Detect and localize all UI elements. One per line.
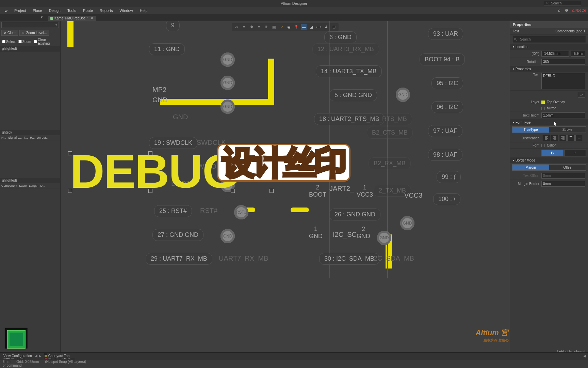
pcb-label: 96 : I2C <box>431 101 463 113</box>
tool-move-icon[interactable]: ✥ <box>249 24 254 30</box>
pcb-label: 27 : GND GND <box>152 229 203 241</box>
panel-header: Properties <box>510 21 588 28</box>
pcb-label: 5 : GND GND <box>329 89 377 101</box>
pcb-label: 11 : GND <box>149 43 185 55</box>
tool-text-icon[interactable]: A <box>324 24 329 30</box>
gear-icon[interactable]: ⚙ <box>565 8 570 13</box>
select-checkbox[interactable]: Select <box>2 38 16 45</box>
tool-more-icon[interactable]: ⊡ <box>331 24 337 30</box>
columns-row-3[interactable]: ComponentLayerLengthD... <box>0 183 60 188</box>
bordermode-section[interactable]: Border Mode <box>510 157 588 163</box>
menu-design[interactable]: Design <box>46 8 64 13</box>
left-panel: ✕Clear Zoom Level... Select Zoom Clear E… <box>0 21 61 359</box>
margin-tab[interactable]: Margin <box>512 165 549 170</box>
stroke-tab[interactable]: Stroke <box>549 127 586 133</box>
margin-border-input[interactable] <box>541 181 585 187</box>
rotation-input[interactable] <box>541 59 585 65</box>
global-search[interactable]: Search <box>544 1 581 6</box>
justify-top-button[interactable]: ▔ <box>567 135 575 141</box>
clear-existing-checkbox[interactable]: Clear Existing <box>34 38 58 45</box>
selection-handle[interactable] <box>231 189 235 193</box>
tool-distribute-icon[interactable]: ⊪ <box>264 24 269 30</box>
selection-handle[interactable] <box>148 189 152 193</box>
text-offset-input <box>541 173 585 179</box>
pcb-canvas[interactable]: ▱ ⊃ ✥ ≡ ⊪ ▤ ⟋ ◉ 📍 ▬ ◢ ⟷ A ⊡ 911 : GND6 :… <box>61 21 510 359</box>
justify-center-button[interactable] <box>551 135 558 141</box>
svg-point-4 <box>514 38 516 40</box>
tool-select-icon[interactable]: ▱ <box>234 24 239 30</box>
nav-next-icon[interactable]: ▶ <box>38 354 42 358</box>
offset-tab[interactable]: Offse <box>549 165 586 170</box>
list-area-1[interactable] <box>0 51 60 130</box>
properties-search[interactable] <box>512 36 586 43</box>
selection-handle[interactable] <box>270 189 274 193</box>
tool-dim-icon[interactable]: ⟷ <box>316 24 322 30</box>
not-connected-indicator[interactable]: ⚠Not Co <box>572 9 586 12</box>
layer-tab[interactable]: Courtyard Top <box>42 354 77 358</box>
menu-reports[interactable]: Reports <box>96 8 116 13</box>
nav-scroll-icon[interactable]: ◀ <box>583 354 587 358</box>
nav-prev-icon[interactable]: ◀ <box>34 354 38 358</box>
tool-rect-icon[interactable]: ▬ <box>301 24 307 30</box>
tab-close-icon[interactable]: ✕ <box>91 16 93 20</box>
menu-place[interactable]: Place <box>29 8 46 13</box>
justify-left-button[interactable] <box>543 135 550 141</box>
italic-button[interactable]: I <box>564 150 586 156</box>
overlay-caption: 设计丝印 <box>217 144 350 182</box>
tool-lasso-icon[interactable]: ⊃ <box>241 24 247 30</box>
layer-select[interactable]: Top Overlay <box>547 100 585 104</box>
bottom-tab[interactable]: View Configuration <box>1 354 34 358</box>
tool-poly-icon[interactable]: ◢ <box>309 24 314 30</box>
selection-handle[interactable] <box>68 189 72 193</box>
home-icon[interactable]: ⌂ <box>558 8 563 13</box>
tool-align-icon[interactable]: ≡ <box>256 24 262 30</box>
list-area-2[interactable] <box>0 140 60 178</box>
status-bar: 5mm Grid: 0.025mm (Hotspot Snap (All Lay… <box>0 359 588 368</box>
layer-swatch <box>541 101 545 104</box>
pcb-label: MP2 <box>152 86 166 94</box>
clear-button[interactable]: ✕Clear <box>1 30 18 36</box>
location-section[interactable]: Location <box>510 44 588 50</box>
zoom-button[interactable]: Zoom Level... <box>19 30 49 36</box>
justify-right-button[interactable] <box>559 135 567 141</box>
trace <box>67 21 74 47</box>
pcb-label: I2C_SC <box>333 231 357 239</box>
svg-line-5 <box>516 40 517 41</box>
fonttype-section[interactable]: Font Type <box>510 120 588 125</box>
board-preview[interactable] <box>5 328 28 349</box>
x-input[interactable] <box>541 51 569 57</box>
pcb-label: 95 : I2C <box>431 77 463 89</box>
props-section[interactable]: Properties <box>510 66 588 72</box>
zoom-checkbox[interactable]: Zoom <box>18 38 31 45</box>
selected-text-debug[interactable]: DEBUG <box>70 144 239 199</box>
y-input[interactable] <box>571 51 585 57</box>
columns-row-2[interactable]: N...Signal L...T...R...Unrout... <box>0 135 60 140</box>
mirror-checkbox[interactable] <box>541 107 545 110</box>
font-checkbox[interactable] <box>541 144 545 147</box>
text-expand-button[interactable]: ⤢ <box>578 92 585 98</box>
text-height-input[interactable] <box>541 112 585 118</box>
truetype-tab[interactable]: TrueType <box>512 127 549 133</box>
filter-combo[interactable] <box>1 22 59 28</box>
bold-button[interactable]: B <box>541 150 564 156</box>
pcb-label: RST# <box>200 207 217 215</box>
object-context[interactable]: Components (and 1 <box>555 29 585 33</box>
tool-track-icon[interactable]: ⟋ <box>279 24 284 30</box>
selection-handle[interactable] <box>68 151 72 155</box>
menu-project[interactable]: Project <box>11 8 29 13</box>
tool-stack-icon[interactable]: ▤ <box>271 24 277 30</box>
menu-route[interactable]: Route <box>80 8 96 13</box>
menu-w[interactable]: w <box>1 8 11 13</box>
selection-handle[interactable] <box>148 151 152 155</box>
text-input[interactable]: DEBUG <box>541 73 585 89</box>
justify-mid-button[interactable]: ─ <box>575 135 583 141</box>
tool-via-icon[interactable]: ◉ <box>286 24 292 30</box>
menu-window[interactable]: Window <box>116 8 136 13</box>
menu-tools[interactable]: Tools <box>64 8 80 13</box>
document-tab[interactable]: Kame_FMU.PcbDoc * ✕ <box>48 16 96 21</box>
menu-help[interactable]: Help <box>136 8 151 13</box>
pcb-label: 6 : GND <box>324 31 357 43</box>
dropdown-icon[interactable]: ▾ <box>41 15 43 19</box>
tool-pin-icon[interactable]: 📍 <box>294 24 299 30</box>
font-select[interactable]: Calibri <box>547 143 585 147</box>
